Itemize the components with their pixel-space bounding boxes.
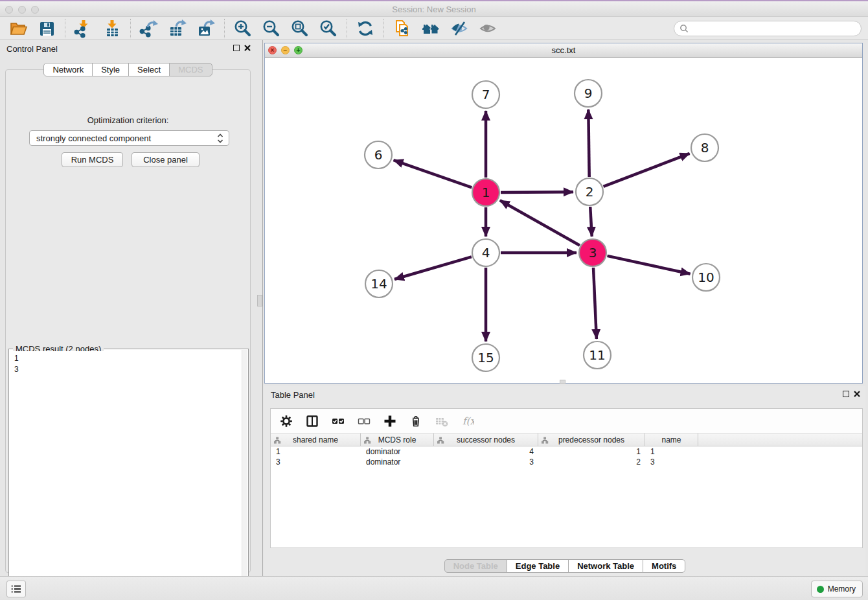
cell-name[interactable]: 3 [645, 457, 698, 467]
criterion-select[interactable]: strongly connected component [29, 130, 229, 146]
tab-style[interactable]: Style [92, 63, 129, 76]
table-row[interactable]: 3dominator323 [271, 457, 862, 467]
close-table-panel-icon[interactable] [854, 391, 860, 397]
import-table-button[interactable] [102, 19, 122, 38]
column-header-shared-name[interactable]: shared name [271, 433, 361, 446]
search-input[interactable] [692, 22, 861, 35]
edge-1-6[interactable] [394, 160, 472, 187]
cell-MCDS-role[interactable]: dominator [361, 457, 434, 467]
close-panel-icon[interactable] [244, 45, 251, 51]
hide-selected-button[interactable] [450, 19, 469, 38]
export-network-button[interactable] [139, 19, 159, 38]
column-header-MCDS-role[interactable]: MCDS role [361, 433, 434, 446]
graph-node-8[interactable]: 8 [691, 134, 718, 161]
result-scrollbar[interactable] [242, 350, 247, 592]
graph-node-4[interactable]: 4 [472, 239, 499, 266]
graph-node-6[interactable]: 6 [365, 141, 392, 168]
status-bar: Memory [0, 576, 868, 600]
edge-3-11[interactable] [593, 268, 597, 339]
first-neighbors-button[interactable] [421, 19, 440, 38]
zoom-fit-button[interactable] [290, 19, 310, 38]
export-table-button[interactable] [168, 19, 187, 38]
graph-node-10[interactable]: 10 [692, 264, 720, 291]
toolbar-group [130, 19, 224, 38]
column-type-icon [437, 437, 444, 444]
vertical-splitter[interactable] [262, 40, 263, 576]
table-row[interactable]: 1dominator411 [271, 446, 862, 457]
edge-2-9[interactable] [588, 110, 589, 177]
zoom-selected-button[interactable] [319, 19, 338, 38]
network-window-titlebar[interactable]: × − + scc.txt [265, 43, 862, 58]
node-label: 8 [701, 140, 709, 156]
cell-shared-name[interactable]: 3 [271, 457, 361, 467]
column-header-name[interactable]: name [645, 433, 698, 446]
first-neighbors-icon [421, 19, 440, 38]
network-resize-grip[interactable] [560, 380, 565, 384]
show-all-button[interactable] [478, 19, 497, 38]
graph-node-3[interactable]: 3 [579, 239, 606, 266]
column-header-successor-nodes[interactable]: successor nodes [434, 433, 538, 446]
tab-network[interactable]: Network [43, 63, 93, 76]
memory-button[interactable]: Memory [811, 581, 863, 597]
graph-node-7[interactable]: 7 [472, 81, 499, 108]
tab-motifs[interactable]: Motifs [643, 559, 685, 573]
toolbar-group [383, 19, 506, 38]
graph-node-14[interactable]: 14 [365, 270, 393, 297]
column-settings-gear-button[interactable] [279, 414, 294, 428]
tab-edge-table[interactable]: Edge Table [507, 559, 569, 573]
save-session-button[interactable] [37, 19, 56, 38]
graph-node-11[interactable]: 11 [584, 341, 611, 369]
add-column-button[interactable] [382, 414, 398, 428]
column-header-predecessor-nodes[interactable]: predecessor nodes [538, 433, 645, 446]
node-table-container: f(x) shared nameMCDS rolesuccessor nodes… [270, 408, 863, 548]
cell-successor-nodes[interactable]: 3 [434, 457, 538, 467]
graph-node-9[interactable]: 9 [575, 80, 602, 107]
column-header-label: MCDS role [378, 435, 417, 444]
edge-3-10[interactable] [608, 256, 691, 274]
open-session-button[interactable] [8, 19, 28, 38]
export-image-button[interactable] [196, 19, 216, 38]
toolbar-group [224, 19, 347, 38]
refresh-layout-button[interactable] [356, 19, 375, 38]
tab-select[interactable]: Select [128, 63, 170, 76]
edge-2-8[interactable] [604, 154, 690, 187]
deselect-all-button[interactable] [356, 414, 372, 428]
task-history-button[interactable] [6, 581, 26, 597]
delete-columns-button[interactable] [408, 414, 424, 428]
cell-successor-nodes[interactable]: 4 [434, 446, 538, 457]
toolbar-group [0, 19, 65, 38]
tab-mcds[interactable]: MCDS [169, 63, 212, 76]
zoom-in-button[interactable] [233, 19, 253, 38]
show-columns-button[interactable] [304, 414, 320, 428]
cell-predecessor-nodes[interactable]: 1 [538, 446, 645, 457]
float-panel-icon[interactable] [233, 45, 240, 51]
node-label: 3 [589, 245, 597, 260]
graph-node-2[interactable]: 2 [576, 178, 603, 205]
network-canvas[interactable]: 7968124314101511 [265, 58, 862, 383]
select-all-button[interactable] [330, 414, 346, 428]
close-panel-button[interactable]: Close panel [131, 152, 200, 167]
graph-node-1[interactable]: 1 [472, 179, 499, 206]
cell-predecessor-nodes[interactable]: 2 [538, 457, 645, 467]
graph-node-15[interactable]: 15 [472, 344, 499, 371]
edge-2-3[interactable] [590, 207, 592, 237]
search-field[interactable] [674, 21, 862, 36]
float-table-panel-icon[interactable] [843, 391, 849, 397]
tab-network-table[interactable]: Network Table [568, 559, 643, 573]
mcds-result-text[interactable]: 1 3 [10, 351, 242, 592]
cell-MCDS-role[interactable]: dominator [361, 446, 434, 457]
vertical-splitter-grip[interactable] [257, 295, 262, 306]
control-panel-tabs: NetworkStyleSelectMCDS [0, 63, 256, 76]
tab-node-table[interactable]: Node Table [444, 559, 507, 573]
edge-1-2[interactable] [501, 192, 573, 192]
import-network-button[interactable] [74, 19, 93, 38]
cell-name[interactable]: 1 [645, 446, 698, 457]
show-all-icon [478, 19, 497, 38]
edge-3-1[interactable] [500, 200, 580, 245]
edge-4-14[interactable] [394, 257, 472, 279]
table-body: 1dominator4113dominator323 [271, 446, 862, 467]
cell-shared-name[interactable]: 1 [271, 446, 361, 457]
new-network-from-selection-button[interactable] [393, 19, 412, 38]
zoom-out-button[interactable] [262, 19, 281, 38]
run-mcds-button[interactable]: Run MCDS [62, 152, 123, 167]
